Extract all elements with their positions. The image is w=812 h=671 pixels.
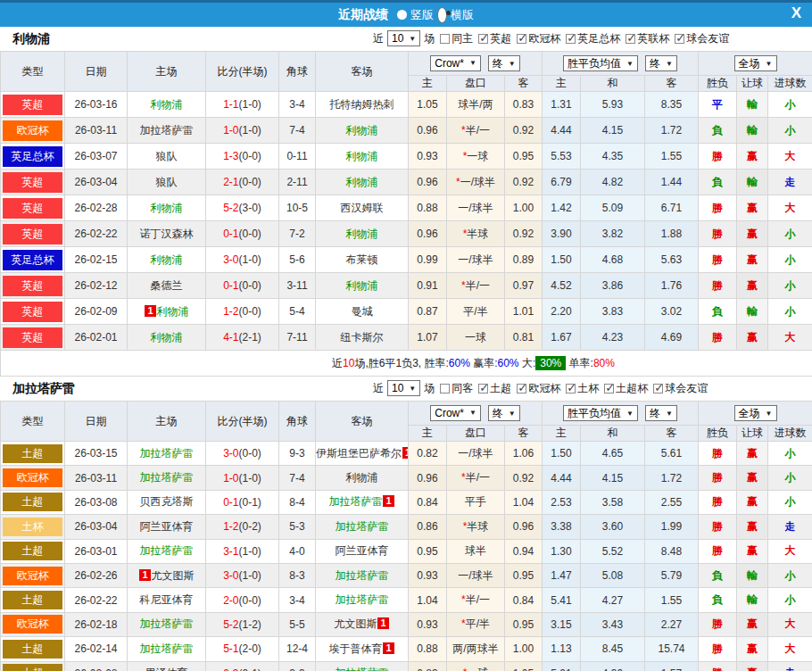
handicap-cell: 平/半 bbox=[447, 299, 505, 325]
league-badge: 土杯 bbox=[3, 518, 62, 536]
same-venue-checkbox[interactable] bbox=[440, 384, 450, 393]
table-row: 欧冠杯 26-02-18 加拉塔萨雷 5-2(1-2) 5-5 尤文图斯1 0.… bbox=[1, 612, 812, 636]
avg-select[interactable]: 胜平负均值 bbox=[563, 55, 638, 71]
score-cell: 1-2(0-0) bbox=[206, 299, 279, 325]
score-cell: 1-2(0-2) bbox=[206, 515, 279, 539]
home-team-name: 里泽体育 bbox=[145, 667, 188, 671]
table-row: 英超 26-02-12 桑德兰 0-1(0-0) 3-11 利物浦 0.91 *… bbox=[1, 273, 812, 299]
col-type: 类型 bbox=[1, 52, 65, 92]
league-cell: 土超 bbox=[1, 637, 65, 661]
avg-select[interactable]: 胜平负均值 bbox=[563, 405, 638, 421]
home-team-cell: 狼队 bbox=[128, 144, 206, 170]
league-filter-2-checkbox[interactable] bbox=[566, 34, 576, 44]
match-date: 26-03-04 bbox=[65, 170, 128, 195]
league-cell: 土超 bbox=[1, 490, 65, 514]
avg-final-select[interactable]: 终 bbox=[645, 405, 677, 421]
avg-draw-cell: 3.82 bbox=[581, 221, 645, 247]
league-filter-0-checkbox[interactable] bbox=[478, 34, 488, 44]
red-card-badge: 1 bbox=[139, 569, 150, 581]
horizontal-mode-radio[interactable] bbox=[437, 7, 447, 23]
table-row: 土超 26-02-08 里泽体育 0-3(0-1) 3-3 加拉塔萨雷 0.83… bbox=[1, 661, 812, 671]
avg-final-select[interactable]: 终 bbox=[645, 55, 677, 71]
avg-home-cell: 5.53 bbox=[543, 144, 581, 170]
home-team-cell: 加拉塔萨雷 bbox=[128, 637, 206, 661]
league-cell: 土超 bbox=[1, 588, 65, 612]
home-team-cell: 1利物浦 bbox=[128, 299, 206, 325]
odds-home-cell: 0.96 bbox=[409, 466, 447, 490]
odds-final-select[interactable]: 终 bbox=[488, 55, 520, 71]
subcol-4: 和 bbox=[581, 426, 645, 442]
avg-draw-cell: 4.68 bbox=[581, 247, 645, 273]
match-date: 26-03-16 bbox=[65, 92, 128, 118]
avg-home-cell: 4.44 bbox=[543, 466, 581, 490]
same-venue-label: 同主 bbox=[452, 31, 473, 46]
subcol-5: 客 bbox=[645, 76, 699, 92]
score-cell: 1-1(1-0) bbox=[206, 92, 279, 118]
league-badge: 欧冠杯 bbox=[3, 468, 62, 487]
odds-company-select[interactable]: Crow* bbox=[430, 55, 481, 71]
corner-cell: 3-3 bbox=[279, 661, 316, 671]
scope-select[interactable]: 全场 bbox=[734, 405, 777, 421]
goals-result-cell: 小 bbox=[768, 490, 812, 514]
avg-away-cell: 5.79 bbox=[645, 563, 699, 587]
handicap-cell: 球半/两 bbox=[447, 92, 505, 118]
odds-final-select[interactable]: 终 bbox=[488, 405, 520, 421]
games-count-select[interactable]: 10 bbox=[387, 380, 420, 396]
handicap-cell: *一球 bbox=[447, 661, 505, 671]
match-date: 26-03-07 bbox=[65, 144, 128, 170]
league-cell: 英超 bbox=[1, 195, 65, 221]
handicap-cell: *半/一 bbox=[447, 466, 505, 490]
league-filter-4-checkbox[interactable] bbox=[675, 34, 684, 44]
match-date: 26-02-26 bbox=[65, 563, 128, 587]
league-filter-3-label: 土超杯 bbox=[616, 381, 648, 396]
col-home: 主场 bbox=[128, 402, 206, 442]
home-team-cell: 利物浦 bbox=[128, 92, 206, 118]
league-filter-3-checkbox[interactable] bbox=[604, 384, 614, 393]
league-cell: 欧冠杯 bbox=[1, 118, 65, 144]
horizontal-mode-label: 横版 bbox=[451, 7, 474, 23]
same-venue-checkbox[interactable] bbox=[440, 34, 450, 44]
matches-table: 类型 日期 主场 比分(半场) 角球 客场 Crow*终 胜平负均值终 全场 主… bbox=[0, 51, 812, 377]
league-badge: 土超 bbox=[3, 664, 62, 671]
vertical-mode-radio[interactable] bbox=[397, 10, 407, 20]
scope-select[interactable]: 全场 bbox=[734, 55, 777, 71]
odds-group-header: Crow*终 bbox=[409, 52, 543, 76]
away-team-name: 布莱顿 bbox=[346, 253, 378, 266]
odds-away-cell: 0.89 bbox=[505, 247, 543, 273]
league-filter-4-checkbox[interactable] bbox=[653, 384, 663, 393]
avg-home-cell: 1.67 bbox=[543, 325, 581, 351]
handicap-cell: *半/一 bbox=[447, 273, 505, 299]
league-filter-2-checkbox[interactable] bbox=[566, 384, 576, 393]
avg-away-cell: 1.72 bbox=[645, 466, 699, 490]
handicap-result-cell: 輸 bbox=[737, 118, 768, 144]
league-badge: 欧冠杯 bbox=[3, 615, 62, 634]
league-filter-1-checkbox[interactable] bbox=[517, 34, 526, 44]
close-icon[interactable]: X bbox=[791, 4, 801, 22]
avg-home-cell: 3.90 bbox=[543, 221, 581, 247]
league-filter-0-checkbox[interactable] bbox=[478, 384, 488, 393]
red-card-badge: 1 bbox=[383, 495, 394, 507]
league-filter-1-checkbox[interactable] bbox=[517, 384, 526, 393]
page-title: 近期战绩 bbox=[338, 7, 388, 23]
avg-away-cell: 1.57 bbox=[645, 661, 699, 671]
col-date: 日期 bbox=[65, 402, 128, 442]
table-row: 欧冠杯 26-02-26 1尤文图斯 3-0(1-0) 8-3 加拉塔萨雷 0.… bbox=[1, 563, 812, 587]
handicap-cell: *平/半 bbox=[447, 612, 505, 636]
avg-draw-cell: 4.82 bbox=[581, 170, 645, 195]
odds-home-cell: 0.93 bbox=[409, 144, 447, 170]
handicap-result-cell: 赢 bbox=[737, 442, 768, 466]
summary-row: 近10场,胜6平1负3, 胜率:60% 赢率:60% 大:30% 单率:80% bbox=[1, 351, 812, 377]
match-date: 26-02-12 bbox=[65, 273, 128, 299]
score-cell: 1-3(0-0) bbox=[206, 144, 279, 170]
avg-home-cell: 3.15 bbox=[543, 612, 581, 636]
avg-away-cell: 1.99 bbox=[645, 515, 699, 539]
league-filter-3-checkbox[interactable] bbox=[626, 34, 635, 44]
avg-away-cell: 1.76 bbox=[645, 273, 699, 299]
avg-group-header: 胜平负均值终 bbox=[543, 52, 699, 76]
odds-company-select[interactable]: Crow* bbox=[430, 405, 481, 421]
avg-away-cell: 8.48 bbox=[645, 539, 699, 563]
subcol-4: 和 bbox=[581, 76, 645, 92]
games-count-select[interactable]: 10 bbox=[387, 30, 420, 46]
corner-cell: 5-6 bbox=[279, 247, 316, 273]
away-team-cell: 利物浦 bbox=[316, 170, 409, 195]
